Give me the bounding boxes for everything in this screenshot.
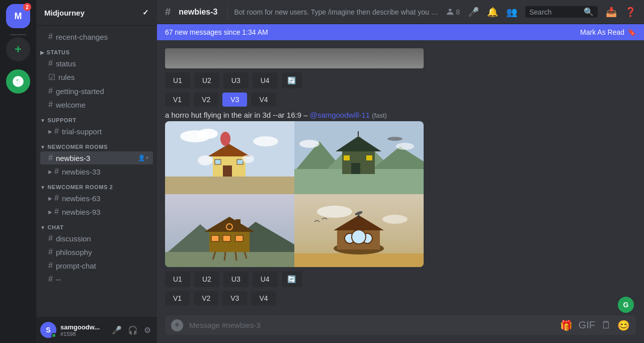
prompt-separator: –	[303, 111, 310, 119]
u4-button-bottom[interactable]: U4	[253, 271, 278, 287]
category-support[interactable]: ▶ STATUS	[36, 47, 157, 56]
search-box[interactable]: 🔍	[525, 6, 598, 18]
grid-cell-4	[294, 194, 424, 267]
add-server-button[interactable]: +	[6, 37, 30, 61]
search-input[interactable]	[529, 8, 584, 16]
notification-icon[interactable]: 🔔	[487, 7, 498, 18]
refresh-icon-bottom: 🔄	[287, 275, 296, 283]
mark-as-read-button[interactable]: Mark As Read 🔖	[580, 28, 636, 36]
attach-button[interactable]: +	[171, 319, 183, 331]
user-info: samgoodw... #1598	[60, 323, 106, 337]
v2-button-bottom[interactable]: V2	[194, 291, 218, 305]
channel-list: # recent-changes ▶ STATUS # status ☑ rul…	[36, 26, 157, 317]
explore-icon[interactable]	[6, 69, 30, 94]
settings-button[interactable]: ⚙	[142, 323, 153, 337]
sidebar-item-newbies-63[interactable]: ▶ # newbies-63	[40, 192, 153, 205]
u3-button-top[interactable]: U3	[223, 72, 249, 89]
members-icon[interactable]: 👥	[506, 7, 517, 18]
user-add-icon: 👤+	[138, 154, 149, 161]
category-text: CHAT	[48, 224, 64, 230]
v1-button-bottom[interactable]: V1	[165, 291, 190, 305]
checkbox-icon: ☑	[48, 72, 55, 82]
discriminator: #1598	[60, 331, 106, 337]
category-text: SUPPORT	[48, 117, 76, 123]
sidebar-item-prompt-chat[interactable]: # prompt-chat	[40, 259, 153, 272]
sidebar-item-getting-started[interactable]: # getting-started	[40, 84, 153, 98]
sidebar-item-newbies-33[interactable]: ▶ # newbies-33	[40, 165, 153, 178]
message-input[interactable]	[189, 315, 554, 335]
mute-channel-icon[interactable]: 🎤	[468, 7, 479, 18]
sidebar-item-philosophy[interactable]: # philosophy	[40, 245, 153, 259]
sidebar-item-status[interactable]: # status	[40, 57, 153, 70]
sidebar-item-trial-support[interactable]: ▶ # trial-support	[40, 125, 153, 138]
svg-point-52	[352, 230, 366, 244]
v3-button-top[interactable]: V3	[222, 93, 247, 107]
server-divider	[10, 34, 26, 35]
new-messages-banner[interactable]: 67 new messages since 1:34 AM Mark As Re…	[157, 24, 644, 40]
status-dot	[51, 333, 56, 338]
refresh-button-bottom[interactable]: 🔄	[282, 271, 302, 287]
v4-button-bottom[interactable]: V4	[251, 291, 276, 305]
svg-rect-32	[165, 252, 294, 267]
v3-button-bottom[interactable]: V3	[222, 291, 247, 305]
header-icons: 8 🎤 🔔 👥 🔍 📥 ❓	[446, 6, 636, 18]
messages-area[interactable]: U1 U2 U3 U4 🔄 V1 V2 V3 V4 a horro hut fl…	[157, 40, 644, 315]
notification-badge: 2	[23, 3, 31, 11]
sidebar-item-welcome[interactable]: # welcome	[40, 98, 153, 111]
svg-rect-8	[223, 165, 232, 177]
floating-avatar: G	[618, 297, 634, 313]
mark-as-read-text: Mark As Read	[580, 28, 624, 36]
v4-button-top[interactable]: V4	[251, 93, 276, 107]
u2-button-top[interactable]: U2	[194, 72, 219, 89]
emoji-icon[interactable]: 😊	[617, 319, 630, 331]
category-chat[interactable]: ▼ CHAT	[36, 222, 157, 231]
sidebar-item-newbies-3[interactable]: # newbies-3 👤+	[40, 151, 153, 164]
channel-title: newbies-3	[179, 8, 217, 17]
sidebar-item-more[interactable]: # --	[40, 273, 153, 286]
help-icon[interactable]: ❓	[625, 7, 636, 18]
svg-point-4	[253, 136, 278, 146]
arrow-icon: ▼	[40, 225, 46, 230]
user-mention[interactable]: @samgoodwill-11	[310, 111, 370, 119]
u2-button-bottom[interactable]: U2	[194, 271, 219, 287]
gift-icon[interactable]: 🎁	[560, 319, 573, 331]
inbox-icon[interactable]: 📥	[606, 7, 617, 18]
hash-icon: #	[48, 153, 53, 162]
category-support-label[interactable]: ▼ SUPPORT	[36, 115, 157, 124]
u3-button-bottom[interactable]: U3	[223, 271, 249, 287]
server-name: Midjourney	[44, 9, 85, 17]
main-content: # newbies-3 Bot room for new users. Type…	[157, 0, 644, 343]
gif-icon[interactable]: GIF	[579, 319, 595, 331]
arrow-icon: ▼	[40, 144, 46, 150]
category-newcomer-rooms[interactable]: ▼ NEWCOMER ROOMS	[36, 142, 157, 151]
hash-icon: #	[48, 32, 53, 41]
user-area: S samgoodw... #1598 🎤 🎧 ⚙	[36, 317, 157, 343]
midjourney-server-icon[interactable]: M 2	[6, 4, 30, 28]
server-header[interactable]: Midjourney ✓	[36, 0, 157, 26]
server-sidebar: M 2 +	[0, 0, 36, 343]
u4-button-top[interactable]: U4	[253, 72, 278, 89]
sidebar-item-discussion[interactable]: # discussion	[40, 232, 153, 245]
v2-button-top[interactable]: V2	[194, 93, 218, 107]
category-newcomer-rooms-2[interactable]: ▼ NEWCOMER ROOMS 2	[36, 182, 157, 191]
hash-icon: #	[48, 100, 53, 109]
sidebar-item-rules[interactable]: ☑ rules	[40, 70, 153, 84]
member-count: 8	[446, 8, 460, 16]
svg-point-11	[220, 132, 230, 146]
message-input-box: + 🎁 GIF 🗒 😊	[165, 315, 636, 335]
u1-button-bottom[interactable]: U1	[165, 271, 190, 287]
top-upscale-buttons: U1 U2 U3 U4 🔄	[165, 72, 636, 89]
v1-button-top[interactable]: V1	[165, 93, 190, 107]
svg-point-28	[396, 143, 414, 150]
svg-rect-5	[165, 177, 294, 194]
svg-rect-10	[237, 159, 243, 164]
refresh-button-top[interactable]: 🔄	[282, 72, 302, 89]
sidebar-item-newbies-93[interactable]: ▶ # newbies-93	[40, 205, 153, 218]
sticker-icon[interactable]: 🗒	[601, 319, 611, 331]
channel-sidebar: Midjourney ✓ # recent-changes ▶ STATUS #…	[36, 0, 157, 343]
svg-rect-23	[351, 163, 360, 174]
sidebar-item-recent-changes[interactable]: # recent-changes	[40, 30, 153, 43]
deafen-button[interactable]: 🎧	[126, 323, 140, 337]
u1-button-top[interactable]: U1	[165, 72, 190, 89]
mute-button[interactable]: 🎤	[110, 323, 124, 337]
